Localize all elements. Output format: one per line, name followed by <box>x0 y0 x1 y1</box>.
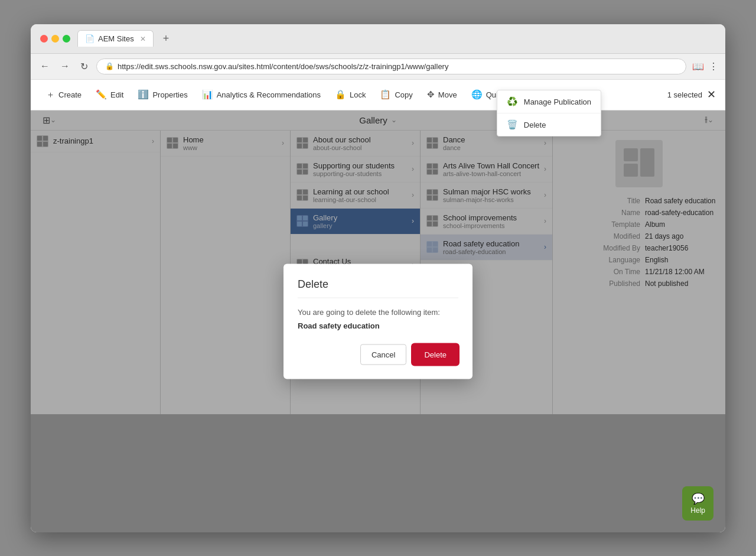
globe-icon: 🌐 <box>471 89 483 100</box>
tab-close-button[interactable]: ✕ <box>140 35 146 43</box>
tab-page-icon: 📄 <box>85 34 94 43</box>
tab-title: AEM Sites <box>98 34 134 43</box>
url-text: https://edit.sws.schools.nsw.gov.au/site… <box>118 62 448 71</box>
help-button[interactable]: 💬 Help <box>682 486 713 521</box>
address-input[interactable]: 🔒 https://edit.sws.schools.nsw.gov.au/si… <box>96 58 686 74</box>
properties-button[interactable]: ℹ️ Properties <box>132 84 193 105</box>
copy-icon: 📋 <box>380 89 391 100</box>
pencil-icon: ✏️ <box>96 89 107 100</box>
lock-button[interactable]: 🔒 Lock <box>329 84 372 105</box>
edit-button[interactable]: ✏️ Edit <box>90 84 129 105</box>
manage-publication-item[interactable]: ♻️ Manage Publication <box>497 90 601 113</box>
browser-actions: 📖 ⋮ <box>692 61 718 72</box>
address-bar: ← → ↻ 🔒 https://edit.sws.schools.nsw.gov… <box>31 54 725 80</box>
cancel-button[interactable]: Cancel <box>360 344 406 365</box>
new-tab-button[interactable]: + <box>161 30 172 47</box>
browser-tab[interactable]: 📄 AEM Sites ✕ <box>77 30 154 47</box>
modal-body-text: You are going to delete the following it… <box>298 307 458 316</box>
create-button[interactable]: ＋ Create <box>40 84 87 105</box>
analytics-icon: 📊 <box>202 89 213 100</box>
delete-modal: Delete You are going to delete the follo… <box>284 264 472 379</box>
delete-confirm-button[interactable]: Delete <box>412 344 458 365</box>
close-window-button[interactable] <box>40 35 48 43</box>
move-button[interactable]: ✥ Move <box>421 84 463 105</box>
copy-button[interactable]: 📋 Copy <box>374 84 418 105</box>
modal-actions: Cancel Delete <box>298 344 458 365</box>
dropdown-menu: ♻️ Manage Publication 🗑️ Delete <box>497 90 601 136</box>
info-icon: ℹ️ <box>138 89 149 100</box>
more-options-button[interactable]: ⋮ <box>709 61 718 72</box>
deselect-button[interactable]: ✕ <box>707 88 716 101</box>
modal-item-name: Road safety education <box>298 321 458 330</box>
chat-icon: 💬 <box>692 492 705 505</box>
refresh-button[interactable]: ↻ <box>78 58 90 74</box>
analytics-button[interactable]: 📊 Analytics & Recommendations <box>196 84 327 105</box>
lock-icon: 🔒 <box>105 62 114 70</box>
bookmarks-button[interactable]: 📖 <box>692 61 704 72</box>
back-button[interactable]: ← <box>38 58 52 74</box>
lock-icon: 🔒 <box>335 89 346 100</box>
move-icon: ✥ <box>427 89 435 100</box>
minimize-window-button[interactable] <box>51 35 59 43</box>
selected-badge: 1 selected ✕ <box>667 88 716 101</box>
traffic-lights <box>40 35 70 43</box>
delete-item[interactable]: 🗑️ Delete <box>497 113 601 136</box>
maximize-window-button[interactable] <box>63 35 70 43</box>
forward-button[interactable]: → <box>58 58 72 74</box>
modal-title: Delete <box>298 278 458 298</box>
publication-icon: ♻️ <box>507 96 518 107</box>
trash-icon: 🗑️ <box>507 119 518 130</box>
plus-icon: ＋ <box>46 89 55 100</box>
title-bar: 📄 AEM Sites ✕ + <box>31 24 725 54</box>
aem-toolbar: ＋ Create ✏️ Edit ℹ️ Properties 📊 Analyti… <box>31 80 725 110</box>
